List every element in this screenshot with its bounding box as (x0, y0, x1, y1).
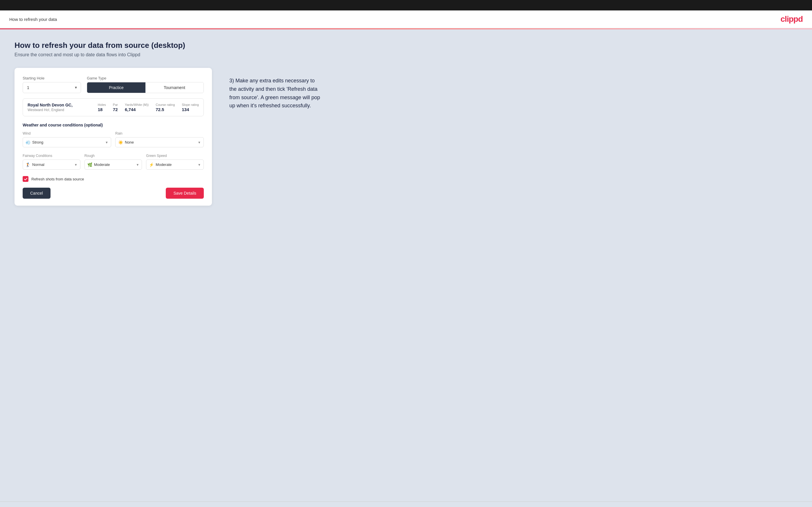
rain-select-wrapper: ☀️ None ▼ (115, 137, 204, 147)
logo: clippd (781, 14, 803, 24)
side-text-content: 3) Make any extra edits necessary to the… (230, 76, 322, 110)
fairway-select[interactable]: Normal (22, 160, 81, 170)
button-row: Cancel Save Details (22, 188, 204, 199)
cancel-button[interactable]: Cancel (22, 188, 51, 199)
slope-rating-label: Slope rating (182, 103, 199, 106)
rough-label: Rough (85, 154, 142, 158)
starting-hole-group: Starting Hole 1 ▼ (22, 76, 81, 93)
header: How to refresh your data clippd (0, 10, 812, 29)
holes-value: 18 (98, 107, 103, 112)
slope-rating-value: 134 (182, 107, 189, 112)
fairway-group: Fairway Conditions 🏌️ Normal ▼ (22, 154, 81, 170)
tournament-button[interactable]: Tournament (145, 82, 204, 93)
rain-select[interactable]: None (115, 137, 204, 147)
yards-label: Yards/White (M)) (125, 103, 149, 106)
green-speed-label: Green Speed (146, 154, 204, 158)
course-location: Westward Ho!, England (28, 108, 72, 112)
footer: Copyright Clippd 2022 (0, 502, 812, 507)
header-title: How to refresh your data (9, 17, 57, 22)
fairway-label: Fairway Conditions (22, 154, 81, 158)
content-row: Starting Hole 1 ▼ Game Type Practice Tou… (14, 68, 798, 206)
practice-button[interactable]: Practice (87, 82, 145, 93)
main-content: How to refresh your data from source (de… (0, 29, 812, 502)
refresh-checkbox[interactable] (22, 176, 29, 182)
course-rating-label: Course rating (156, 103, 175, 106)
rain-group: Rain ☀️ None ▼ (115, 131, 204, 147)
page-subheading: Ensure the correct and most up to date d… (14, 52, 798, 57)
wind-select-wrapper: 💨 Strong ▼ (22, 137, 111, 147)
save-button[interactable]: Save Details (166, 188, 204, 199)
weather-section-title: Weather and course conditions (optional) (22, 123, 204, 127)
wind-select[interactable]: Strong (22, 137, 111, 147)
rough-select[interactable]: Moderate (85, 160, 142, 170)
green-speed-icon: ⚡ (149, 162, 154, 167)
refresh-checkbox-label: Refresh shots from data source (31, 177, 84, 181)
slope-rating-stat: Slope rating 134 (182, 103, 199, 112)
game-type-label: Game Type (87, 76, 204, 80)
par-stat: Par 72 (113, 103, 118, 112)
top-bar (0, 0, 812, 10)
form-row-top: Starting Hole 1 ▼ Game Type Practice Tou… (22, 76, 204, 93)
par-label: Par (113, 103, 118, 106)
holes-label: Holes (98, 103, 106, 106)
fairway-select-wrapper: 🏌️ Normal ▼ (22, 160, 81, 170)
wind-icon: 💨 (26, 140, 31, 145)
rough-icon: 🌿 (87, 162, 92, 167)
wind-group: Wind 💨 Strong ▼ (22, 131, 111, 147)
green-speed-select-wrapper: ⚡ Moderate ▼ (146, 160, 204, 170)
green-speed-select[interactable]: Moderate (146, 160, 204, 170)
course-name: Royal North Devon GC, (28, 103, 72, 107)
holes-stat: Holes 18 (98, 103, 106, 112)
course-stats: Holes 18 Par 72 Yards/White (M)) 6,744 C… (98, 103, 199, 112)
rough-select-wrapper: 🌿 Moderate ▼ (85, 160, 142, 170)
checkmark-icon (24, 177, 28, 181)
starting-hole-select[interactable]: 1 (22, 82, 81, 93)
starting-hole-label: Starting Hole (22, 76, 81, 80)
game-type-buttons: Practice Tournament (87, 82, 204, 93)
course-info: Royal North Devon GC, Westward Ho!, Engl… (28, 103, 72, 112)
par-value: 72 (113, 107, 118, 112)
course-row: Royal North Devon GC, Westward Ho!, Engl… (22, 98, 204, 116)
side-text: 3) Make any extra edits necessary to the… (230, 68, 322, 110)
rain-icon: ☀️ (118, 140, 123, 145)
rain-label: Rain (115, 131, 204, 135)
rough-group: Rough 🌿 Moderate ▼ (85, 154, 142, 170)
game-type-group: Game Type Practice Tournament (87, 76, 204, 93)
conditions-grid-3: Fairway Conditions 🏌️ Normal ▼ Rough 🌿 (22, 154, 204, 170)
fairway-icon: 🏌️ (26, 162, 31, 167)
course-rating-stat: Course rating 72.5 (156, 103, 175, 112)
refresh-checkbox-row: Refresh shots from data source (22, 176, 204, 182)
conditions-grid-wind-rain: Wind 💨 Strong ▼ Rain ☀️ None (22, 131, 204, 147)
form-card: Starting Hole 1 ▼ Game Type Practice Tou… (14, 68, 212, 206)
starting-hole-select-wrapper: 1 ▼ (22, 82, 81, 93)
course-rating-value: 72.5 (156, 107, 164, 112)
yards-stat: Yards/White (M)) 6,744 (125, 103, 149, 112)
yards-value: 6,744 (125, 107, 136, 112)
wind-label: Wind (22, 131, 111, 135)
page-heading: How to refresh your data from source (de… (14, 41, 798, 50)
green-speed-group: Green Speed ⚡ Moderate ▼ (146, 154, 204, 170)
